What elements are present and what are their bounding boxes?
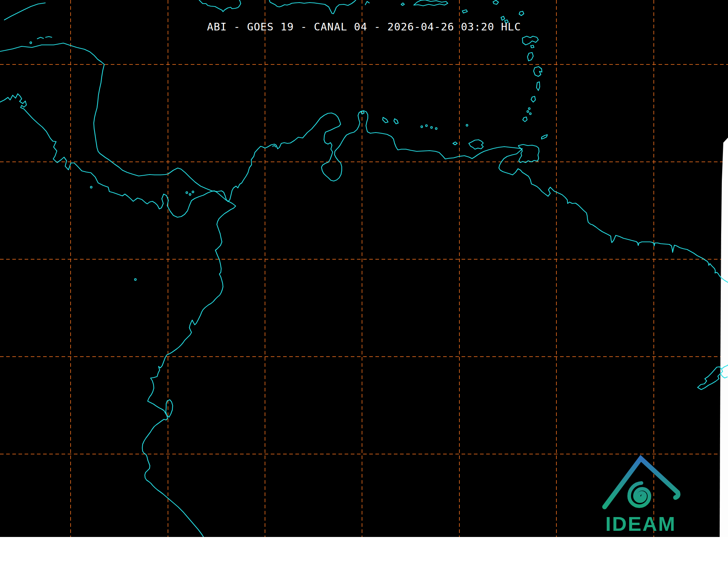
island-dot	[135, 279, 136, 281]
coastline-hispaniola-east-bit	[365, 1, 369, 5]
island-dot	[431, 127, 433, 129]
coastline-dominica	[527, 53, 533, 61]
island-dot	[30, 42, 32, 44]
ideam-logo: IDEAM	[601, 452, 681, 536]
coastline-bay-islands-1	[37, 37, 43, 39]
island-dot	[91, 186, 92, 188]
terminator-group	[720, 138, 728, 537]
screenshot-root: ABI - GOES 19 - CANAL 04 - 2026-04-26 03…	[0, 0, 728, 571]
coastline-caribbean-main	[0, 43, 728, 282]
logo-text: IDEAM	[605, 512, 676, 535]
day-night-terminator	[720, 138, 728, 537]
island-dot	[192, 191, 194, 193]
coastline-puerto-rico	[414, 0, 448, 6]
coastline-st-croix	[462, 10, 467, 13]
coastline-leeward-1	[493, 0, 498, 4]
coastline-la-tortuga	[453, 142, 457, 145]
coastline-jamaica	[199, 0, 241, 12]
coastline-barbuda	[501, 16, 505, 20]
coastline-st-vincent	[531, 96, 535, 102]
island-dot	[186, 192, 188, 194]
colorbar-panel: Reflectancia 0.00.20.40.60.81.0	[0, 537, 728, 571]
island-dot	[435, 128, 437, 130]
logo-swirl-icon	[629, 483, 649, 506]
coastline-pacific-coast	[0, 94, 236, 537]
island-dot	[527, 111, 529, 113]
coastline-grenada	[523, 117, 527, 122]
coastline-aruba	[361, 111, 364, 114]
coastline-tobago	[542, 135, 547, 139]
satellite-map: ABI - GOES 19 - CANAL 04 - 2026-04-26 03…	[0, 0, 728, 537]
coastline-margarita	[469, 140, 483, 149]
island-dot	[426, 125, 428, 127]
map-title: ABI - GOES 19 - CANAL 04 - 2026-04-26 03…	[207, 21, 521, 33]
island-dot	[421, 126, 423, 128]
coastline-guadeloupe	[522, 36, 538, 45]
coastline-virgin-islet	[401, 3, 404, 5]
coastline-curacao	[383, 117, 388, 123]
coastline-hispaniola-south	[269, 0, 356, 14]
coastline-st-lucia	[536, 82, 540, 91]
island-dot	[466, 125, 468, 126]
coastline-bay-islands-2	[46, 37, 52, 37]
coastline-puna-island	[166, 400, 173, 417]
island-dot	[530, 113, 531, 115]
coastline-martinique	[534, 67, 542, 76]
coastline-bonaire	[394, 119, 398, 124]
coastline-trinidad	[518, 144, 539, 163]
coastline-marie-galante	[531, 45, 534, 48]
coastline-san-blas-islets	[273, 146, 276, 147]
coastline-amazon-mouth-island	[698, 367, 723, 390]
coastline-yucatan-fragment	[4, 3, 45, 20]
island-dot	[529, 108, 530, 110]
island-dot	[189, 194, 191, 196]
coastline-leeward-2	[519, 11, 524, 16]
